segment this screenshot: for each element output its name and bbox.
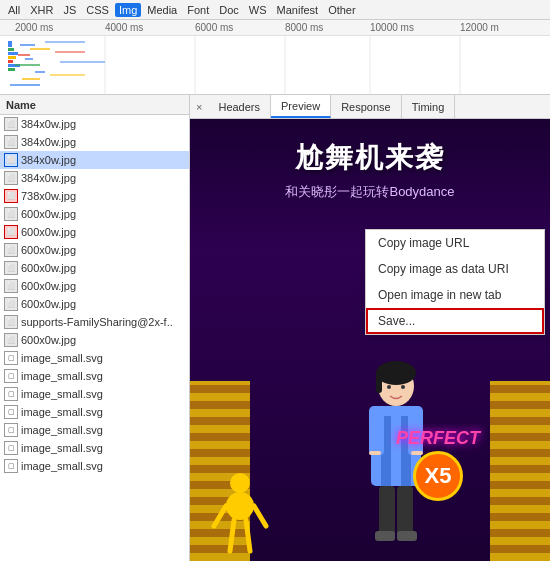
- file-name-label: 384x0w.jpg: [21, 172, 76, 184]
- filter-font[interactable]: Font: [183, 3, 213, 17]
- filter-img[interactable]: Img: [115, 3, 141, 17]
- svg-rect-20: [45, 41, 85, 43]
- filter-bar: All XHR JS CSS Img Media Font Doc WS Man…: [0, 0, 550, 20]
- list-item[interactable]: ⬜ 600x0w.jpg: [0, 223, 189, 241]
- svg-rect-16: [15, 64, 40, 66]
- list-item-selected[interactable]: ⬜ 384x0w.jpg: [0, 151, 189, 169]
- svg-line-42: [214, 506, 226, 526]
- file-name-label: image_small.svg: [21, 388, 103, 400]
- list-item[interactable]: ⬜ 600x0w.jpg: [0, 331, 189, 349]
- list-item[interactable]: ⬜ supports-FamilySharing@2x-f..: [0, 313, 189, 331]
- tab-timing[interactable]: Timing: [402, 95, 456, 118]
- filter-ws[interactable]: WS: [245, 3, 271, 17]
- file-name-label: 600x0w.jpg: [21, 208, 76, 220]
- list-item[interactable]: ⬜ 384x0w.jpg: [0, 115, 189, 133]
- list-item[interactable]: ▢ image_small.svg: [0, 385, 189, 403]
- file-type-icon: ⬜: [4, 315, 18, 329]
- ruler-mark-10000: 10000 ms: [370, 22, 414, 33]
- file-name-label: 384x0w.jpg: [21, 118, 76, 130]
- list-item[interactable]: ▢ image_small.svg: [0, 349, 189, 367]
- file-name-label: 600x0w.jpg: [21, 262, 76, 274]
- list-item[interactable]: ⬜ 600x0w.jpg: [0, 277, 189, 295]
- list-item[interactable]: ⬜ 384x0w.jpg: [0, 133, 189, 151]
- file-name-label: image_small.svg: [21, 406, 103, 418]
- tab-response[interactable]: Response: [331, 95, 402, 118]
- preview-area: 尬舞机来袭 和关晓彤一起玩转Bodydance: [190, 119, 550, 561]
- list-item[interactable]: ⬜ 600x0w.jpg: [0, 295, 189, 313]
- file-type-icon: ⬜: [4, 135, 18, 149]
- svg-rect-21: [55, 51, 85, 53]
- svg-rect-23: [50, 74, 85, 76]
- context-menu-copy-url[interactable]: Copy image URL: [366, 230, 544, 256]
- filter-media[interactable]: Media: [143, 3, 181, 17]
- preview-bottom-section: PERFECT X5: [190, 361, 550, 561]
- preview-subtitle: 和关晓彤一起玩转Bodydance: [285, 183, 454, 201]
- list-item[interactable]: ⬜ 738x0w.jpg: [0, 187, 189, 205]
- file-name-label: 384x0w.jpg: [21, 136, 76, 148]
- x5-badge: X5: [413, 451, 463, 501]
- tab-preview[interactable]: Preview: [271, 95, 331, 118]
- file-type-icon: ⬜: [4, 279, 18, 293]
- file-list-header: Name: [0, 95, 189, 115]
- filter-doc[interactable]: Doc: [215, 3, 243, 17]
- file-list-panel[interactable]: Name ⬜ 384x0w.jpg ⬜ 384x0w.jpg ⬜ 384x0w.…: [0, 95, 190, 561]
- perfect-badge: PERFECT X5: [396, 428, 480, 501]
- svg-rect-30: [369, 451, 381, 455]
- svg-rect-22: [60, 61, 105, 63]
- svg-rect-34: [375, 531, 395, 541]
- file-type-icon: ⬜: [4, 225, 18, 239]
- list-item[interactable]: ⬜ 600x0w.jpg: [0, 241, 189, 259]
- file-name-label: image_small.svg: [21, 460, 103, 472]
- preview-title: 尬舞机来袭: [295, 139, 445, 177]
- filter-all[interactable]: All: [4, 3, 24, 17]
- file-name-label: supports-FamilySharing@2x-f..: [21, 316, 173, 328]
- list-item[interactable]: ⬜ 384x0w.jpg: [0, 169, 189, 187]
- timeline-bar: 2000 ms 4000 ms 6000 ms 8000 ms 10000 ms…: [0, 20, 550, 95]
- file-name-label: image_small.svg: [21, 352, 103, 364]
- list-item[interactable]: ▢ image_small.svg: [0, 367, 189, 385]
- svg-rect-28: [369, 406, 384, 456]
- svg-rect-13: [30, 48, 50, 50]
- file-type-icon: ▢: [4, 423, 18, 437]
- svg-rect-37: [376, 373, 382, 393]
- file-name-label: 384x0w.jpg: [21, 154, 76, 166]
- filter-css[interactable]: CSS: [82, 3, 113, 17]
- timeline-content: [0, 36, 550, 95]
- filter-other[interactable]: Other: [324, 3, 360, 17]
- list-item[interactable]: ⬜ 600x0w.jpg: [0, 259, 189, 277]
- file-name-label: image_small.svg: [21, 442, 103, 454]
- svg-rect-9: [8, 60, 13, 63]
- yellow-figure-decoration: [210, 471, 270, 561]
- list-item[interactable]: ▢ image_small.svg: [0, 403, 189, 421]
- file-name-label: image_small.svg: [21, 424, 103, 436]
- list-item[interactable]: ▢ image_small.svg: [0, 457, 189, 475]
- list-item[interactable]: ▢ image_small.svg: [0, 439, 189, 457]
- context-menu-save[interactable]: Save...: [366, 308, 544, 334]
- svg-point-41: [226, 492, 254, 520]
- tab-close-button[interactable]: ×: [190, 101, 208, 113]
- list-item[interactable]: ▢ image_small.svg: [0, 421, 189, 439]
- preview-background: 尬舞机来袭 和关晓彤一起玩转Bodydance: [190, 119, 550, 561]
- filter-xhr[interactable]: XHR: [26, 3, 57, 17]
- svg-rect-17: [35, 71, 45, 73]
- list-item[interactable]: ⬜ 600x0w.jpg: [0, 205, 189, 223]
- file-name-label: 600x0w.jpg: [21, 334, 76, 346]
- stripes-right-decoration: [490, 381, 550, 561]
- svg-rect-11: [8, 68, 15, 71]
- context-menu: Copy image URL Copy image as data URI Op…: [365, 229, 545, 335]
- filter-js[interactable]: JS: [59, 3, 80, 17]
- svg-rect-32: [379, 486, 395, 536]
- svg-rect-6: [8, 48, 14, 51]
- filter-manifest[interactable]: Manifest: [273, 3, 323, 17]
- ruler-mark-6000: 6000 ms: [195, 22, 233, 33]
- context-menu-copy-data-uri[interactable]: Copy image as data URI: [366, 256, 544, 282]
- ruler-mark-12000: 12000 m: [460, 22, 499, 33]
- ruler-mark-8000: 8000 ms: [285, 22, 323, 33]
- svg-point-39: [401, 385, 405, 389]
- tab-headers[interactable]: Headers: [208, 95, 271, 118]
- file-name-label: 738x0w.jpg: [21, 190, 76, 202]
- context-menu-open-new-tab[interactable]: Open image in new tab: [366, 282, 544, 308]
- timeline-ruler: 2000 ms 4000 ms 6000 ms 8000 ms 10000 ms…: [0, 20, 550, 36]
- file-name-label: image_small.svg: [21, 370, 103, 382]
- perfect-text: PERFECT: [396, 428, 480, 449]
